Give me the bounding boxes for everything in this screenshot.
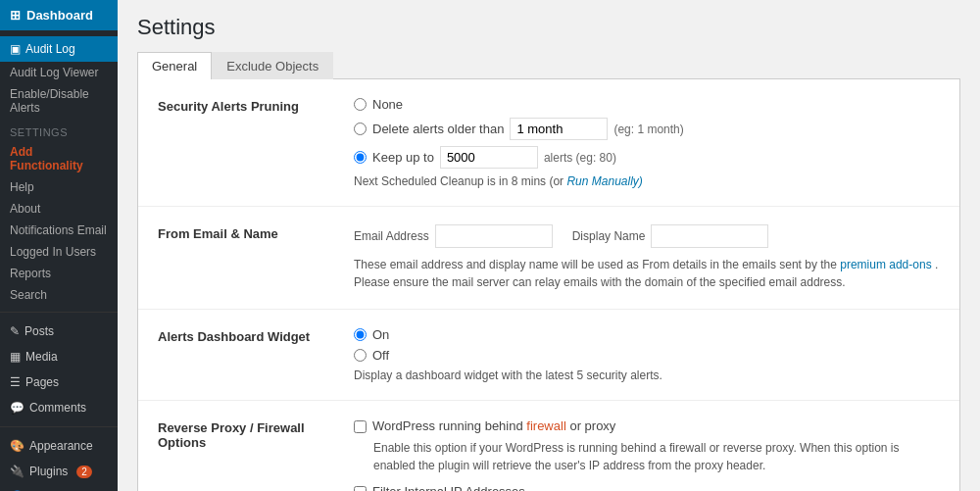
widget-off-line: Off	[354, 348, 940, 363]
sidebar-item-users[interactable]: 👤 Users	[0, 484, 118, 491]
settings-tabs: General Exclude Objects	[137, 52, 960, 79]
widget-on-line: On	[354, 327, 940, 342]
pruning-delete-line: Delete alerts older than (eg: 1 month)	[354, 118, 940, 140]
display-name-input[interactable]	[651, 224, 768, 248]
pruning-keep-value[interactable]	[440, 146, 538, 169]
pruning-none-radio[interactable]	[354, 98, 367, 111]
sidebar-item-about[interactable]: About	[0, 198, 118, 220]
from-email-row: From Email & Name Email Address Display …	[138, 207, 959, 310]
page-title: Settings	[137, 15, 960, 40]
sidebar-item-add-functionality[interactable]: Add Functionality	[0, 141, 118, 176]
alerts-widget-content: On Off Display a dashboard widget with t…	[354, 327, 940, 382]
run-manually-link[interactable]: Run Manually)	[566, 174, 642, 188]
sidebar-item-audit-log-viewer[interactable]: Audit Log Viewer	[0, 62, 118, 83]
sidebar-item-enable-disable-alerts[interactable]: Enable/Disable Alerts	[0, 83, 118, 119]
email-note: These email address and display name wil…	[354, 256, 940, 291]
sidebar-item-reports[interactable]: Reports	[0, 263, 118, 284]
tab-exclude-objects[interactable]: Exclude Objects	[212, 52, 333, 79]
plugins-icon: 🔌	[10, 465, 24, 478]
widget-note: Display a dashboard widget with the late…	[354, 368, 940, 382]
email-address-group: Email Address	[354, 224, 553, 248]
pruning-delete-value[interactable]	[510, 118, 608, 140]
widget-on-radio[interactable]	[354, 328, 367, 341]
filter-ip-label: Filter Internal IP Addresses	[372, 484, 525, 491]
pruning-delete-radio[interactable]	[354, 123, 367, 135]
email-fields: Email Address Display Name	[354, 224, 940, 248]
audit-log-icon: ▣	[10, 42, 21, 56]
dashboard-icon: ⊞	[10, 8, 21, 23]
sidebar-item-appearance[interactable]: 🎨 Appearance	[0, 433, 118, 459]
pruning-none-line: None	[354, 97, 940, 112]
sidebar-item-dashboard[interactable]: ⊞ Dashboard	[0, 0, 118, 30]
sidebar-item-comments[interactable]: 💬 Comments	[0, 395, 118, 420]
scheduled-note: Next Scheduled Cleanup is in 8 mins (or …	[354, 174, 940, 188]
sidebar: ⊞ Dashboard ▣ Audit Log Audit Log Viewer…	[0, 0, 118, 491]
sidebar-item-logged-in-users[interactable]: Logged In Users	[0, 241, 118, 263]
settings-panel: Security Alerts Pruning None Delete aler…	[137, 79, 960, 491]
comments-icon: 💬	[10, 401, 24, 415]
media-icon: ▦	[10, 350, 21, 364]
from-email-content: Email Address Display Name These email a…	[354, 224, 940, 291]
sidebar-item-posts[interactable]: ✎ Posts	[0, 319, 118, 344]
sidebar-item-pages[interactable]: ☰ Pages	[0, 369, 118, 395]
sidebar-item-notifications-email[interactable]: Notifications Email	[0, 220, 118, 241]
widget-off-radio[interactable]	[354, 349, 367, 362]
pages-icon: ☰	[10, 375, 21, 389]
settings-group-label: Settings	[0, 119, 118, 141]
main-content: Settings General Exclude Objects Securit…	[118, 0, 980, 491]
security-alerts-label: Security Alerts Pruning	[158, 97, 354, 114]
widget-radio-group: On Off	[354, 327, 940, 363]
pruning-keep-radio[interactable]	[354, 151, 367, 164]
posts-icon: ✎	[10, 324, 20, 338]
firewall-checkbox[interactable]	[354, 420, 367, 433]
pruning-radio-group: None Delete alerts older than (eg: 1 mon…	[354, 97, 940, 169]
display-name-group: Display Name	[572, 224, 769, 248]
plugins-badge: 2	[76, 466, 92, 478]
firewall-checkbox-line: WordPress running behind firewall or pro…	[354, 418, 940, 433]
sidebar-item-media[interactable]: ▦ Media	[0, 344, 118, 369]
sidebar-item-search[interactable]: Search	[0, 284, 118, 306]
alerts-widget-label: Alerts Dashboard Widget	[158, 327, 354, 344]
security-alerts-row: Security Alerts Pruning None Delete aler…	[138, 79, 959, 207]
filter-ip-checkbox[interactable]	[354, 486, 367, 491]
sidebar-item-help[interactable]: Help	[0, 176, 118, 198]
from-email-label: From Email & Name	[158, 224, 354, 241]
security-alerts-content: None Delete alerts older than (eg: 1 mon…	[354, 97, 940, 188]
pruning-keep-line: Keep up to alerts (eg: 80)	[354, 146, 940, 169]
email-address-input[interactable]	[435, 224, 553, 248]
filter-ip-checkbox-line: Filter Internal IP Addresses	[354, 484, 940, 491]
sidebar-item-audit-log[interactable]: ▣ Audit Log	[0, 36, 118, 62]
appearance-icon: 🎨	[10, 439, 24, 453]
premium-addons-link[interactable]: premium add-ons	[840, 258, 931, 271]
display-name-label: Display Name	[572, 229, 646, 243]
firewall-row: Reverse Proxy / Firewall Options WordPre…	[138, 401, 959, 491]
firewall-highlight: firewall	[526, 418, 565, 433]
firewall-content: WordPress running behind firewall or pro…	[354, 418, 940, 491]
sidebar-item-plugins[interactable]: 🔌 Plugins 2	[0, 459, 118, 484]
firewall-desc: Enable this option if your WordPress is …	[373, 439, 940, 474]
tab-general[interactable]: General	[137, 52, 212, 79]
email-address-label: Email Address	[354, 229, 429, 243]
firewall-label: Reverse Proxy / Firewall Options	[158, 418, 354, 450]
alerts-widget-row: Alerts Dashboard Widget On Off Display a…	[138, 310, 959, 401]
